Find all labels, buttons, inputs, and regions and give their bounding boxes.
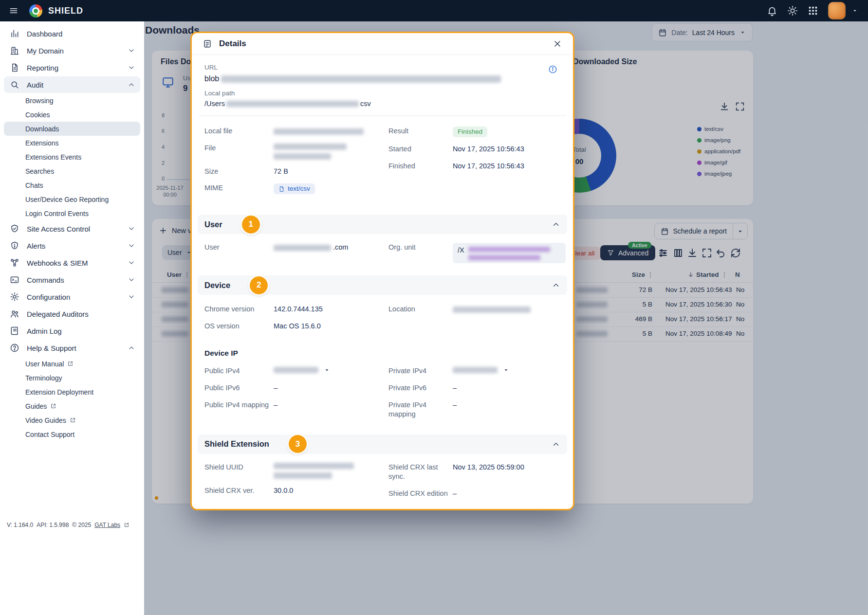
gat-labs-link[interactable]: GAT Labs xyxy=(94,522,120,528)
mime-value: text/csv xyxy=(288,184,310,193)
chevron-down-icon xyxy=(128,64,135,72)
section-title: Shield Extension xyxy=(204,439,269,449)
report-icon xyxy=(10,63,19,72)
section-title: User xyxy=(204,220,222,229)
sidebar-item-dashboard[interactable]: Dashboard xyxy=(4,25,140,42)
sidebar-item-searches[interactable]: Searches xyxy=(4,164,140,178)
chevron-down-icon xyxy=(128,242,135,250)
sidebar-item-label: Admin Log xyxy=(27,327,62,335)
webhook-icon xyxy=(10,258,19,268)
collapse-chevron-up-icon[interactable] xyxy=(552,281,560,289)
sidebar-item-alerts[interactable]: Alerts xyxy=(4,237,140,254)
close-icon[interactable] xyxy=(553,39,562,49)
sidebar-item-site-access-control[interactable]: Site Access Control xyxy=(4,220,140,237)
redacted-org-unit xyxy=(468,247,550,252)
info-icon[interactable] xyxy=(548,65,557,74)
field-size: Size 72 B xyxy=(204,167,388,177)
redacted-url xyxy=(221,75,501,83)
sidebar-item-geo-reporting[interactable]: User/Device Geo Reporting xyxy=(4,192,140,206)
field-file: File xyxy=(204,144,388,160)
field-private-ipv6: Private IPv6 – xyxy=(388,383,560,393)
sidebar-item-label: Extension Deployment xyxy=(25,388,93,396)
sidebar-item-my-domain[interactable]: My Domain xyxy=(4,42,140,59)
notifications-bell-icon[interactable] xyxy=(767,5,777,16)
field-label: MIME xyxy=(204,183,274,193)
shield-crx-version-value: 30.0.0 xyxy=(274,486,293,496)
sidebar-item-webhooks-siem[interactable]: Webhooks & SIEM xyxy=(4,254,140,271)
shield-crx-sync-value: Nov 13, 2025 05:59:00 xyxy=(453,463,524,472)
avatar-caret-icon[interactable] xyxy=(851,7,858,14)
device-ip-subheading: Device IP xyxy=(204,349,560,358)
redacted-file-name xyxy=(274,153,331,160)
field-label: Location xyxy=(388,305,453,314)
menu-icon[interactable] xyxy=(9,6,18,16)
chevron-down-icon xyxy=(128,47,135,54)
sidebar-item-video-guides[interactable]: Video Guides xyxy=(4,413,140,427)
field-shield-uuid: Shield UUID xyxy=(204,463,388,479)
sidebar-item-configuration[interactable]: Configuration xyxy=(4,289,140,305)
field-label: Private IPv6 xyxy=(388,383,453,393)
sidebar-item-terminology[interactable]: Terminology xyxy=(4,371,140,385)
sidebar-item-delegated-auditors[interactable]: Delegated Auditors xyxy=(4,306,140,322)
search-icon xyxy=(10,80,19,90)
redacted-shield-uuid xyxy=(274,472,332,479)
sidebar-item-browsing[interactable]: Browsing xyxy=(4,93,140,108)
sidebar-item-extension-deployment[interactable]: Extension Deployment xyxy=(4,385,140,399)
field-os-version: OS version Mac OS 15.6.0 xyxy=(204,322,388,331)
sidebar-item-admin-log[interactable]: Admin Log xyxy=(4,323,140,339)
section-device-header[interactable]: Device 2 xyxy=(198,275,567,295)
sidebar-item-label: User/Device Geo Reporting xyxy=(25,196,109,203)
sidebar-item-extensions[interactable]: Extensions xyxy=(4,136,140,150)
field-label: User xyxy=(204,243,274,253)
sidebar-item-label: Cookies xyxy=(25,111,50,119)
chevron-down-icon[interactable] xyxy=(502,366,510,374)
modal-header: Details xyxy=(192,33,573,55)
public-ipv4-mapping-value: – xyxy=(274,400,277,410)
chevron-down-icon[interactable] xyxy=(323,366,331,374)
field-label: Public IPv6 xyxy=(204,383,274,393)
sidebar-item-user-manual[interactable]: User Manual xyxy=(4,357,140,371)
sidebar-item-label: Extensions Events xyxy=(25,153,81,161)
collapse-chevron-up-icon[interactable] xyxy=(552,220,560,229)
sidebar-item-contact-support[interactable]: Contact Support xyxy=(4,427,140,441)
field-user: User .com xyxy=(204,243,388,253)
redacted-public-ipv4 xyxy=(274,367,318,373)
org-unit-value: /X xyxy=(453,243,566,263)
field-shield-crx-ver: Shield CRX ver. 30.0.0 xyxy=(204,486,388,496)
terminal-icon xyxy=(10,275,19,285)
collapse-chevron-up-icon[interactable] xyxy=(552,440,560,449)
sidebar-item-reporting[interactable]: Reporting xyxy=(4,59,140,76)
sidebar-item-cookies[interactable]: Cookies xyxy=(4,108,140,122)
chevron-down-icon xyxy=(128,225,135,233)
sidebar-item-guides[interactable]: Guides xyxy=(4,399,140,413)
mime-chip[interactable]: text/csv xyxy=(274,183,315,194)
field-label: Public IPv4 mapping xyxy=(204,400,274,410)
local-path-prefix: /Users xyxy=(204,100,225,108)
sidebar-item-audit[interactable]: Audit xyxy=(4,76,140,93)
os-version-value: Mac OS 15.6.0 xyxy=(274,322,321,331)
shield-alert-icon xyxy=(10,241,19,251)
theme-sun-icon[interactable] xyxy=(787,5,798,16)
external-link-icon xyxy=(124,522,129,528)
field-label: Local file xyxy=(204,127,274,136)
sidebar-item-label: Webhooks & SIEM xyxy=(27,259,88,267)
field-private-ipv4-mapping: Private IPv4 mapping – xyxy=(388,400,560,419)
sidebar-item-commands[interactable]: Commands xyxy=(4,271,140,288)
sidebar: Dashboard My Domain Reporting Audit Brow… xyxy=(0,21,144,615)
field-public-ipv4-mapping: Public IPv4 mapping – xyxy=(204,400,388,410)
version-text: V: 1.164.0 xyxy=(7,522,33,528)
sidebar-item-extensions-events[interactable]: Extensions Events xyxy=(4,150,140,164)
apps-grid-icon[interactable] xyxy=(808,5,818,16)
section-user-header[interactable]: User 1 xyxy=(198,215,567,234)
sidebar-item-label: Terminology xyxy=(25,374,62,382)
sidebar-item-label: Chats xyxy=(25,181,43,189)
sidebar-item-label: Configuration xyxy=(27,293,70,301)
sidebar-item-chats[interactable]: Chats xyxy=(4,178,140,192)
section-shield-extension-header[interactable]: Shield Extension 3 xyxy=(198,434,567,454)
sidebar-item-login-control-events[interactable]: Login Control Events xyxy=(4,206,140,220)
sidebar-item-downloads[interactable]: Downloads xyxy=(4,122,140,136)
sidebar-item-help-support[interactable]: Help & Support xyxy=(4,340,140,356)
user-avatar[interactable] xyxy=(828,2,846,19)
local-path-label: Local path xyxy=(204,90,560,97)
sidebar-item-label: Alerts xyxy=(27,242,45,250)
